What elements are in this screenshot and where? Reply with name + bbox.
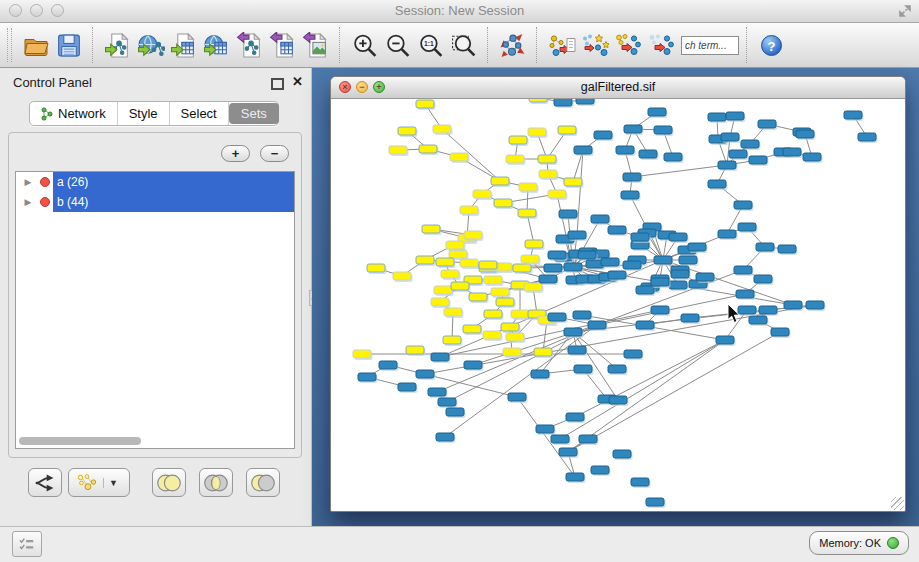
horizontal-scrollbar[interactable] xyxy=(19,437,141,445)
graph-node[interactable] xyxy=(506,155,524,163)
fade-unselected-button[interactable] xyxy=(644,26,677,64)
graph-node[interactable] xyxy=(496,298,514,306)
graph-node[interactable] xyxy=(631,233,649,241)
maximize-view-icon[interactable]: + xyxy=(373,81,385,93)
graph-node[interactable] xyxy=(513,264,531,272)
graph-node[interactable] xyxy=(759,306,777,314)
float-panel-icon[interactable] xyxy=(271,78,284,90)
graph-node[interactable] xyxy=(696,273,714,281)
graph-node[interactable] xyxy=(554,99,572,106)
graph-node[interactable] xyxy=(738,306,756,314)
graph-node[interactable] xyxy=(558,126,576,134)
graph-node[interactable] xyxy=(734,201,752,209)
graph-node[interactable] xyxy=(576,99,594,104)
graph-node[interactable] xyxy=(623,173,641,181)
graph-node[interactable] xyxy=(669,281,687,289)
graph-node[interactable] xyxy=(566,473,584,481)
graph-node[interactable] xyxy=(616,146,634,154)
tab-network[interactable]: Network xyxy=(30,102,118,125)
graph-node[interactable] xyxy=(624,125,642,133)
tasks-button[interactable] xyxy=(12,531,42,557)
graph-node[interactable] xyxy=(613,450,631,458)
graph-node[interactable] xyxy=(531,370,549,378)
graph-node[interactable] xyxy=(367,264,385,272)
graph-node[interactable] xyxy=(726,112,744,120)
graph-node[interactable] xyxy=(438,398,456,406)
graph-node[interactable] xyxy=(491,177,509,185)
graph-node[interactable] xyxy=(519,183,537,191)
graph-node[interactable] xyxy=(588,321,606,329)
export-image-button[interactable] xyxy=(299,26,332,64)
help-button[interactable]: ? xyxy=(761,35,782,56)
zoom-window-icon[interactable] xyxy=(51,4,64,17)
graph-node[interactable] xyxy=(671,270,689,278)
graph-node[interactable] xyxy=(631,478,649,486)
graph-node[interactable] xyxy=(636,286,654,294)
graph-node[interactable] xyxy=(419,145,437,153)
graph-node[interactable] xyxy=(721,133,739,141)
close-window-icon[interactable] xyxy=(9,4,22,17)
graph-node[interactable] xyxy=(806,301,824,309)
save-session-button[interactable] xyxy=(52,26,85,64)
expand-selection-button[interactable] xyxy=(611,26,644,64)
graph-node[interactable] xyxy=(548,313,566,321)
open-session-button[interactable] xyxy=(19,26,52,64)
graph-node[interactable] xyxy=(406,346,424,354)
graph-node[interactable] xyxy=(608,365,626,373)
graph-node[interactable] xyxy=(548,190,566,198)
graph-node[interactable] xyxy=(646,498,664,506)
graph-node[interactable] xyxy=(469,293,487,301)
graph-node[interactable] xyxy=(718,230,736,238)
remove-set-button[interactable]: − xyxy=(260,145,289,162)
graph-node[interactable] xyxy=(651,278,669,286)
graph-node[interactable] xyxy=(621,191,639,199)
split-arrows-button[interactable] xyxy=(28,468,62,497)
graph-node[interactable] xyxy=(460,206,478,214)
graph-node[interactable] xyxy=(756,243,774,251)
graph-node[interactable] xyxy=(416,100,434,108)
graph-node[interactable] xyxy=(436,258,454,266)
set-list-item[interactable]: ▶b (44) xyxy=(16,192,294,212)
graph-node[interactable] xyxy=(784,301,802,309)
graph-node[interactable] xyxy=(416,370,434,378)
graph-node[interactable] xyxy=(559,210,577,218)
graph-node[interactable] xyxy=(503,348,521,356)
graph-node[interactable] xyxy=(654,126,672,134)
graph-node[interactable] xyxy=(398,383,416,391)
graph-node[interactable] xyxy=(428,388,446,396)
graph-node[interactable] xyxy=(518,209,536,217)
graph-node[interactable] xyxy=(446,241,464,249)
import-table-button[interactable] xyxy=(167,26,200,64)
graph-node[interactable] xyxy=(574,365,592,373)
select-first-neighbors-button[interactable] xyxy=(578,26,611,64)
graph-node[interactable] xyxy=(564,263,582,271)
network-canvas[interactable] xyxy=(331,99,905,511)
close-panel-icon[interactable]: ✕ xyxy=(292,74,303,89)
graph-node[interactable] xyxy=(525,240,543,248)
graph-node[interactable] xyxy=(729,150,747,158)
graph-node[interactable] xyxy=(539,170,557,178)
search-input[interactable] xyxy=(681,36,739,55)
graph-node[interactable] xyxy=(508,393,526,401)
graph-node[interactable] xyxy=(669,233,687,241)
graph-node[interactable] xyxy=(718,161,736,169)
graph-node[interactable] xyxy=(803,153,821,161)
graph-node[interactable] xyxy=(506,333,524,341)
graph-node[interactable] xyxy=(501,323,519,331)
graph-node[interactable] xyxy=(431,353,449,361)
graph-node[interactable] xyxy=(573,311,591,319)
set-list-item[interactable]: ▶a (26) xyxy=(16,172,294,192)
network-window-titlebar[interactable]: × − + galFiltered.sif xyxy=(331,77,905,99)
graph-node[interactable] xyxy=(681,314,699,322)
export-network-button[interactable] xyxy=(233,26,266,64)
graph-edge[interactable] xyxy=(632,165,727,177)
graph-node[interactable] xyxy=(524,283,542,291)
graph-node[interactable] xyxy=(579,435,597,443)
graph-node[interactable] xyxy=(436,433,454,441)
graph-node[interactable] xyxy=(521,255,539,263)
graph-node[interactable] xyxy=(574,146,592,154)
graph-node[interactable] xyxy=(451,282,469,290)
graph-node[interactable] xyxy=(591,466,609,474)
graph-node[interactable] xyxy=(484,276,502,284)
graph-node[interactable] xyxy=(566,413,584,421)
